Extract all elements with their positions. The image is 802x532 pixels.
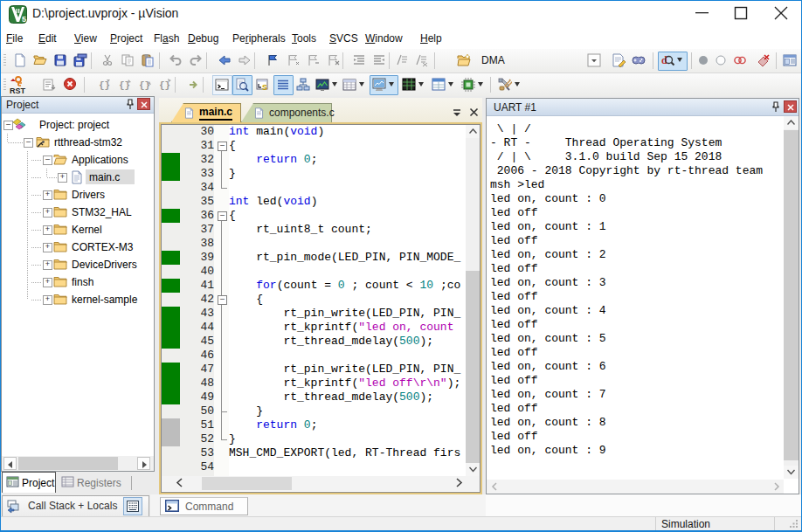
svg-text:{}: {} [139, 80, 150, 91]
svg-text:d: d [661, 54, 667, 66]
svg-text:S: S [262, 83, 267, 92]
svg-text:5: 5 [22, 15, 26, 24]
svg-text:RST: RST [10, 86, 26, 94]
svg-text:{}: {} [99, 80, 110, 91]
